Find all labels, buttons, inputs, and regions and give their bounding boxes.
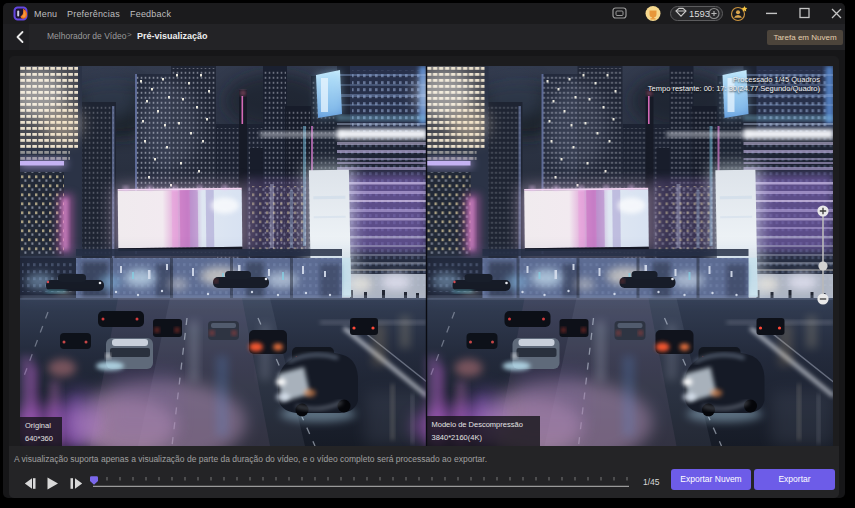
svg-text:1593: 1593	[689, 8, 710, 19]
